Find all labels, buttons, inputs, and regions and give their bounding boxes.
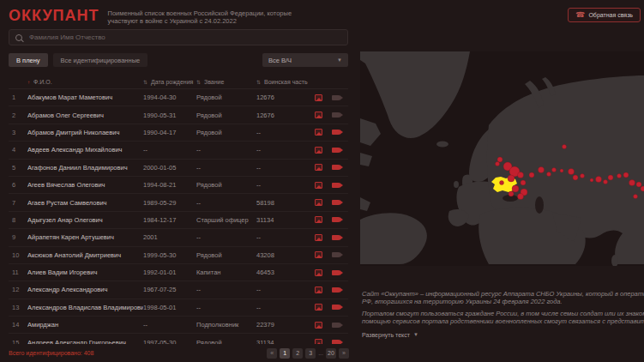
map-marker[interactable] bbox=[596, 177, 602, 183]
page-button-last[interactable]: 20 bbox=[326, 348, 336, 359]
video-camera-icon[interactable] bbox=[332, 183, 352, 188]
photo-icon[interactable] bbox=[315, 164, 332, 171]
map-marker[interactable] bbox=[581, 174, 585, 178]
map-marker[interactable] bbox=[547, 172, 551, 177]
table-row[interactable]: 1 Абакумов Марат Маметович 1994-04-30 Ря… bbox=[9, 89, 348, 106]
row-fio[interactable]: Агафонов Даниил Владимирович bbox=[27, 164, 143, 172]
map-marker[interactable] bbox=[508, 175, 515, 182]
photo-icon[interactable] bbox=[315, 199, 332, 206]
military-unit-dropdown[interactable]: Все В/Ч ▼ bbox=[262, 53, 348, 67]
photo-icon[interactable] bbox=[315, 234, 332, 241]
page-button-1[interactable]: 1 bbox=[280, 348, 290, 359]
photo-icon[interactable] bbox=[315, 322, 332, 329]
expand-text-link[interactable]: Развернуть текст ▼ bbox=[362, 331, 418, 339]
map-marker[interactable] bbox=[512, 185, 519, 192]
row-fio[interactable]: Айрапетян Карен Артушевич bbox=[27, 233, 143, 241]
video-camera-icon[interactable] bbox=[332, 287, 352, 293]
video-camera-icon[interactable] bbox=[332, 130, 352, 135]
map-marker[interactable] bbox=[629, 180, 635, 186]
tab-captive[interactable]: В плену bbox=[9, 53, 48, 67]
table-row[interactable]: 7 Агаев Рустам Самвелович 1989-05-29 -- … bbox=[9, 194, 348, 211]
video-camera-icon[interactable] bbox=[332, 270, 352, 275]
row-fio[interactable]: Александр Александрович bbox=[27, 286, 143, 293]
column-fio[interactable]: ↑ Ф.И.О. bbox=[27, 79, 143, 85]
map-marker[interactable] bbox=[608, 175, 613, 180]
table-row[interactable]: 3 Абрамов Дмитрий Николаевич 1990-04-17 … bbox=[9, 124, 348, 142]
table-row[interactable]: 13 Александров Владислав Владимирович 19… bbox=[9, 299, 348, 317]
table-row[interactable]: 4 Авдеев Александр Михайлович -- -- -- bbox=[9, 142, 348, 159]
photo-icon[interactable] bbox=[315, 287, 332, 293]
row-fio[interactable]: Аксюков Анатолий Дмитриевич bbox=[27, 251, 143, 259]
column-rank[interactable]: ⇅ Звание bbox=[196, 79, 256, 85]
map-marker[interactable] bbox=[497, 157, 503, 162]
video-camera-icon[interactable] bbox=[332, 112, 352, 118]
page-button-3[interactable]: 3 bbox=[305, 348, 316, 359]
photo-icon[interactable] bbox=[315, 304, 332, 311]
row-fio[interactable]: Абакумов Марат Маметович bbox=[27, 94, 143, 101]
page-next-button[interactable]: » bbox=[339, 348, 349, 359]
tab-all-identified[interactable]: Все идентифицированные bbox=[53, 53, 148, 67]
table-row[interactable]: 2 Абрамов Олег Сергеевич 1990-05-31 Рядо… bbox=[9, 106, 348, 124]
search-bar[interactable] bbox=[9, 29, 348, 45]
table-row[interactable]: 10 Аксюков Анатолий Дмитриевич 1999-05-3… bbox=[9, 247, 348, 264]
photo-icon[interactable] bbox=[315, 269, 332, 276]
video-camera-icon[interactable] bbox=[332, 305, 352, 310]
page-prev-button[interactable]: « bbox=[267, 348, 277, 359]
photo-icon[interactable] bbox=[315, 112, 332, 118]
video-camera-icon[interactable] bbox=[332, 235, 352, 240]
map-marker[interactable] bbox=[563, 145, 567, 149]
map-marker[interactable] bbox=[641, 186, 644, 191]
row-fio[interactable]: Агаев Рустам Самвелович bbox=[27, 199, 143, 207]
map-marker[interactable] bbox=[636, 182, 641, 187]
row-fio[interactable]: Адыгузел Анар Олегович bbox=[27, 216, 143, 224]
video-camera-icon[interactable] bbox=[332, 95, 352, 100]
map-marker[interactable] bbox=[500, 181, 504, 185]
photo-icon[interactable] bbox=[315, 129, 332, 136]
table-row[interactable]: 11 Алиев Вадим Игоревич 1992-01-01 Капит… bbox=[9, 264, 348, 281]
map-marker[interactable] bbox=[521, 180, 526, 185]
map-marker[interactable] bbox=[634, 195, 638, 199]
map-marker[interactable] bbox=[518, 172, 524, 178]
map-marker[interactable] bbox=[573, 175, 578, 180]
map-marker[interactable] bbox=[604, 180, 608, 184]
search-input[interactable] bbox=[27, 33, 341, 42]
video-camera-icon[interactable] bbox=[332, 217, 352, 222]
table-row[interactable]: 9 Айрапетян Карен Артушевич 2001 -- -- bbox=[9, 229, 348, 246]
table-row[interactable]: 5 Агафонов Даниил Владимирович 2000-01-0… bbox=[9, 160, 348, 177]
map-marker[interactable] bbox=[496, 162, 500, 166]
photo-icon[interactable] bbox=[315, 147, 332, 154]
photo-icon[interactable] bbox=[315, 94, 332, 101]
map-marker[interactable] bbox=[539, 167, 545, 173]
map-marker[interactable] bbox=[569, 169, 575, 175]
map-marker[interactable] bbox=[590, 178, 593, 182]
row-fio[interactable]: Алиев Вадим Игоревич bbox=[27, 268, 143, 276]
table-row[interactable]: 14 Амирджан -- Подполковник 22379 bbox=[9, 317, 348, 334]
table-row[interactable]: 6 Агеев Вячеслав Олегович 1994-08-21 Ряд… bbox=[9, 177, 348, 194]
video-camera-icon[interactable] bbox=[332, 200, 352, 205]
photo-icon[interactable] bbox=[315, 216, 332, 223]
map-marker[interactable] bbox=[552, 168, 557, 172]
map-marker[interactable] bbox=[617, 174, 622, 178]
row-fio[interactable]: Авдеев Александр Михайлович bbox=[27, 146, 143, 154]
page-button-2[interactable]: 2 bbox=[292, 348, 303, 359]
row-fio[interactable]: Александров Владислав Владимирович bbox=[27, 304, 143, 311]
table-row[interactable]: 12 Александр Александрович 1967-07-25 --… bbox=[9, 281, 348, 299]
world-map[interactable] bbox=[360, 51, 644, 266]
map-marker[interactable] bbox=[529, 172, 534, 178]
map-marker[interactable] bbox=[509, 191, 514, 196]
column-birth[interactable]: ⇅ Дата рождения bbox=[143, 79, 196, 85]
map-marker[interactable] bbox=[623, 172, 629, 178]
map-marker[interactable] bbox=[518, 194, 524, 200]
photo-icon[interactable] bbox=[315, 251, 332, 258]
photo-icon[interactable] bbox=[315, 182, 332, 189]
row-fio[interactable]: Абрамов Дмитрий Николаевич bbox=[27, 129, 143, 136]
video-camera-icon[interactable] bbox=[332, 323, 352, 328]
column-unit[interactable]: ⇅ Воинская часть bbox=[256, 79, 315, 85]
table-row[interactable]: 8 Адыгузел Анар Олегович 1984-12-17 Стар… bbox=[9, 212, 348, 229]
row-fio[interactable]: Амирджан bbox=[27, 321, 143, 329]
row-fio[interactable]: Абрамов Олег Сергеевич bbox=[27, 112, 143, 119]
map-marker[interactable] bbox=[560, 169, 563, 172]
video-camera-icon[interactable] bbox=[332, 148, 352, 153]
video-camera-icon[interactable] bbox=[332, 165, 352, 170]
row-fio[interactable]: Агеев Вячеслав Олегович bbox=[27, 181, 143, 189]
